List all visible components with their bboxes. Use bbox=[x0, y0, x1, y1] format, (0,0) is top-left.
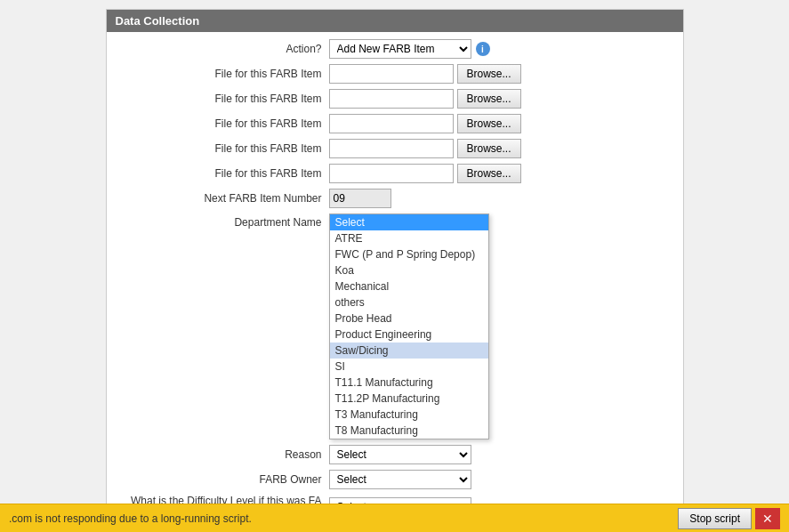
notification-bar: .com is not responding due to a long-run… bbox=[0, 504, 789, 532]
dept-option-t112p[interactable]: T11.2P Manufacturing bbox=[330, 391, 488, 407]
file-input-4[interactable] bbox=[329, 139, 454, 158]
dept-option-others[interactable]: others bbox=[330, 294, 488, 310]
file-label-5: File for this FARB Item bbox=[116, 167, 329, 180]
panel-title: Data Collection bbox=[116, 14, 200, 28]
file-input-2[interactable] bbox=[329, 89, 454, 109]
browse-button-3[interactable]: Browse... bbox=[457, 114, 521, 133]
browse-button-5[interactable]: Browse... bbox=[457, 164, 521, 183]
file-label-1: File for this FARB Item bbox=[116, 68, 329, 80]
dept-option-fwc[interactable]: FWC (P and P Spring Depop) bbox=[330, 246, 488, 262]
farb-number-row: Next FARB Item Number bbox=[116, 189, 674, 208]
reason-select[interactable]: Select bbox=[329, 445, 471, 464]
department-wrapper: Select ATRE FWC (P and P Spring Depop) K… bbox=[329, 214, 489, 439]
dept-option-select[interactable]: Select bbox=[330, 214, 488, 230]
farb-owner-label: FARB Owner bbox=[116, 473, 329, 486]
file-row-2: File for this FARB Item Browse... bbox=[116, 89, 674, 109]
panel-header: Data Collection bbox=[107, 10, 683, 32]
browse-button-4[interactable]: Browse... bbox=[457, 139, 521, 158]
action-label: Action? bbox=[116, 43, 329, 55]
department-row: Department Name Select ATRE FWC (P and P… bbox=[116, 214, 674, 439]
reason-label: Reason bbox=[116, 448, 329, 461]
file-input-3[interactable] bbox=[329, 114, 454, 133]
farb-owner-select[interactable]: Select bbox=[329, 470, 471, 489]
dept-option-t8[interactable]: T8 Manufacturing bbox=[330, 423, 488, 439]
dept-option-t3[interactable]: T3 Manufacturing bbox=[330, 407, 488, 423]
dept-option-atre[interactable]: ATRE bbox=[330, 230, 488, 246]
farb-owner-row: FARB Owner Select bbox=[116, 470, 674, 489]
action-row: Action? Add New FARB Item Edit FARB Item… bbox=[116, 39, 674, 59]
file-label-2: File for this FARB Item bbox=[116, 93, 329, 105]
dept-option-product-eng[interactable]: Product Engineering bbox=[330, 326, 488, 343]
close-notification-button[interactable]: ✕ bbox=[755, 508, 780, 529]
browse-button-1[interactable]: Browse... bbox=[457, 64, 521, 84]
farb-number-label: Next FARB Item Number bbox=[116, 192, 329, 205]
file-row-1: File for this FARB Item Browse... bbox=[116, 64, 674, 84]
panel-body: Action? Add New FARB Item Edit FARB Item… bbox=[107, 32, 683, 532]
file-input-5[interactable] bbox=[329, 164, 454, 183]
file-row-5: File for this FARB Item Browse... bbox=[116, 164, 674, 183]
action-select[interactable]: Add New FARB Item Edit FARB Item Delete … bbox=[329, 39, 471, 59]
dept-option-si[interactable]: SI bbox=[330, 359, 488, 375]
dept-option-probe-head[interactable]: Probe Head bbox=[330, 310, 488, 326]
file-label-4: File for this FARB Item bbox=[116, 142, 329, 155]
main-container: Data Collection Action? Add New FARB Ite… bbox=[0, 0, 789, 532]
file-input-1[interactable] bbox=[329, 64, 454, 84]
stop-script-button[interactable]: Stop script bbox=[678, 508, 752, 529]
dept-option-mechanical[interactable]: Mechanical bbox=[330, 278, 488, 294]
dept-option-saw-dicing[interactable]: Saw/Dicing bbox=[330, 343, 488, 359]
reason-row: Reason Select bbox=[116, 445, 674, 464]
data-collection-panel: Data Collection Action? Add New FARB Ite… bbox=[106, 9, 684, 532]
farb-number-input[interactable] bbox=[329, 189, 391, 208]
department-dropdown[interactable]: Select ATRE FWC (P and P Spring Depop) K… bbox=[329, 214, 489, 439]
department-label: Department Name bbox=[116, 214, 329, 229]
file-label-3: File for this FARB Item bbox=[116, 117, 329, 130]
dept-option-t111[interactable]: T11.1 Manufacturing bbox=[330, 375, 488, 391]
browse-button-2[interactable]: Browse... bbox=[457, 89, 521, 109]
dept-option-koa[interactable]: Koa bbox=[330, 262, 488, 278]
action-info-icon[interactable]: i bbox=[476, 42, 490, 56]
file-row-3: File for this FARB Item Browse... bbox=[116, 114, 674, 133]
notification-message: .com is not responding due to a long-run… bbox=[9, 512, 252, 525]
file-row-4: File for this FARB Item Browse... bbox=[116, 139, 674, 158]
